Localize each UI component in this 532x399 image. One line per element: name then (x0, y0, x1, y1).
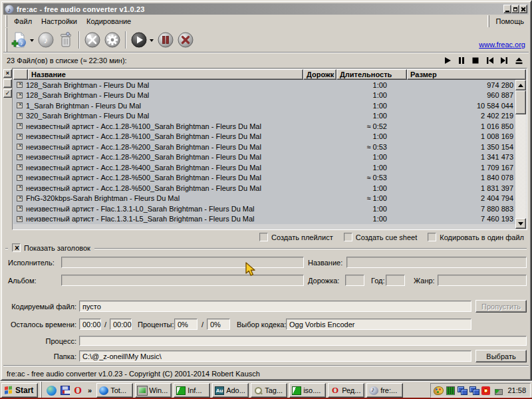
joblist-row[interactable]: неизвестный артист - Flac.1.3.1-L0_Sarah… (13, 203, 517, 214)
taskbar-button[interactable]: Ред... (328, 383, 364, 398)
joblist-row[interactable]: 320_Sarah Brightman - Fleurs Du Mal 1:00… (13, 111, 517, 122)
stop-encoding-button[interactable] (176, 30, 196, 50)
start-button[interactable]: Start (1, 383, 38, 398)
menu-file[interactable]: Файл (9, 16, 37, 27)
column-duration-header[interactable]: Длительность (336, 69, 407, 80)
create-cue-sheet-option[interactable]: Создать cue sheet (344, 233, 418, 241)
network-icon[interactable] (458, 386, 467, 394)
checkbox-checked-icon[interactable] (12, 243, 21, 252)
add-cd-tracks-button[interactable]: ♪ (36, 30, 56, 50)
palette-icon[interactable] (434, 386, 444, 395)
row-checkbox-icon[interactable] (17, 92, 23, 98)
taskbar-button[interactable]: iso.... (289, 383, 326, 398)
title-field[interactable] (346, 257, 527, 268)
joblist-row[interactable]: неизвестный артист - Acc.1.28-%100_Sarah… (13, 121, 517, 132)
taskbar-button[interactable]: Tot... (96, 383, 133, 398)
previous-button[interactable] (485, 57, 494, 65)
year-field[interactable] (386, 275, 405, 286)
quicklaunch-more-chevron[interactable]: » (86, 386, 94, 394)
checkbox-icon[interactable] (344, 233, 352, 241)
joblist-row[interactable]: неизвестный артист - Acc.1.28-%500_Sarah… (13, 173, 517, 184)
joblist-scrollbar[interactable] (515, 80, 526, 229)
opera-icon[interactable]: O (74, 386, 82, 396)
album-field[interactable] (61, 275, 304, 286)
eject-button[interactable] (515, 57, 523, 65)
codec-field[interactable]: Ogg Vorbis Encoder (286, 319, 471, 330)
joblist-row[interactable]: 128_Sarah Brightman - Fleurs Du Mal 1:00… (13, 80, 517, 90)
row-checkbox-icon[interactable] (17, 82, 23, 88)
pause-button[interactable] (458, 57, 466, 65)
close-button[interactable] (519, 5, 527, 13)
save-floppy-icon[interactable] (61, 386, 70, 395)
row-checkbox-icon[interactable] (17, 113, 23, 119)
column-track-header[interactable]: Дорожк (303, 69, 336, 80)
general-settings-button[interactable] (102, 30, 122, 50)
joblist-row[interactable]: неизвестный артист - Acc.1.28-%200_Sarah… (13, 142, 517, 152)
joblist-row[interactable]: FhG-320kbps-Sarah Brightman - Fleurs Du … (13, 194, 517, 204)
select-all-button[interactable] (3, 69, 12, 78)
menu-help[interactable]: Помощь (491, 16, 529, 27)
quicklaunch-grip[interactable] (40, 382, 42, 399)
next-button[interactable] (500, 57, 509, 65)
pause-encoding-button[interactable] (156, 30, 176, 50)
stop-button[interactable] (471, 57, 479, 65)
create-playlist-option[interactable]: Создать плейлист (259, 233, 333, 241)
joblist-row[interactable]: 1_Sarah Brightman - Fleurs Du Mal 1:00 1… (13, 100, 517, 111)
internet-globe-icon[interactable] (47, 386, 57, 396)
joblist-row[interactable]: неизвестный артист - Acc.1.28-%200_Sarah… (13, 152, 517, 163)
joblist-row[interactable]: 128_Sarah Brightman - Fleurs Du Mal 1:00… (13, 90, 517, 101)
media-player-icon[interactable] (481, 386, 490, 395)
joblist-row[interactable]: неизвестный артист - Acc.1.28-%100_Sarah… (13, 132, 517, 142)
restore-button[interactable] (511, 5, 519, 13)
row-checkbox-icon[interactable] (17, 123, 23, 129)
start-encoding-button[interactable] (129, 30, 149, 50)
browse-folder-button[interactable]: Выбрать (475, 350, 527, 362)
help-menubar-grip[interactable] (487, 15, 489, 27)
row-checkbox-icon[interactable] (17, 196, 23, 201)
checkbox-icon[interactable] (428, 233, 436, 241)
start-encoding-dropdown-icon[interactable] (150, 39, 154, 44)
show-tags-option[interactable]: Показать заголовок (8, 243, 94, 252)
network-icon[interactable] (469, 386, 479, 394)
genre-combobox[interactable] (438, 275, 527, 286)
add-files-dropdown-icon[interactable] (30, 39, 34, 44)
taskbar-button[interactable]: Inf... (174, 383, 210, 398)
scrollbar-thumb[interactable] (515, 90, 526, 114)
minimize-button[interactable] (503, 5, 511, 13)
scroll-down-button[interactable] (515, 218, 526, 229)
taskbar-button[interactable]: fre:... (366, 383, 403, 398)
skip-button[interactable]: Пропустить (475, 300, 527, 313)
joblist-row[interactable]: неизвестный артист - Flac.1.3.1-L5_Sarah… (13, 214, 517, 225)
taskbar-button[interactable]: Ado... (212, 383, 249, 398)
toggle-selection-button[interactable] (3, 89, 12, 98)
row-checkbox-icon[interactable] (17, 175, 23, 181)
menubar-grip[interactable] (5, 15, 7, 27)
row-checkbox-icon[interactable] (17, 216, 23, 222)
encode-single-file-option[interactable]: Кодировать в один файл (428, 233, 524, 241)
row-checkbox-icon[interactable] (17, 154, 23, 160)
menu-encoding[interactable]: Кодирование (82, 16, 136, 27)
column-name-header[interactable]: Название (28, 69, 303, 80)
add-files-button[interactable]: ♪ (9, 30, 29, 50)
toolbar-grip[interactable] (5, 28, 7, 52)
taskbar-button[interactable]: Tag... (251, 383, 287, 398)
column-checkbox-header[interactable] (13, 69, 28, 80)
row-checkbox-icon[interactable] (17, 205, 23, 211)
scroll-up-button[interactable] (515, 80, 526, 90)
row-checkbox-icon[interactable] (17, 134, 23, 140)
joblist[interactable]: Название Дорожк Длительность Размер 128_… (12, 68, 527, 230)
artist-field[interactable] (61, 257, 304, 268)
track-field[interactable] (345, 275, 364, 286)
website-link[interactable]: www.freac.org (479, 41, 525, 49)
folder-field[interactable]: C:\@_z-oneill\My Music\ (79, 350, 471, 362)
row-checkbox-icon[interactable] (17, 144, 23, 150)
checkbox-icon[interactable] (259, 233, 268, 241)
column-size-header[interactable]: Размер (407, 69, 526, 80)
select-none-button[interactable] (3, 79, 12, 88)
row-checkbox-icon[interactable] (17, 185, 23, 191)
play-button[interactable] (444, 57, 452, 65)
clear-joblist-button[interactable] (56, 30, 76, 50)
row-checkbox-icon[interactable] (17, 164, 23, 170)
titlebar[interactable]: ♪ fre:ac - free audio converter v1.0.23 (3, 3, 529, 15)
configure-settings-button[interactable] (82, 30, 102, 50)
